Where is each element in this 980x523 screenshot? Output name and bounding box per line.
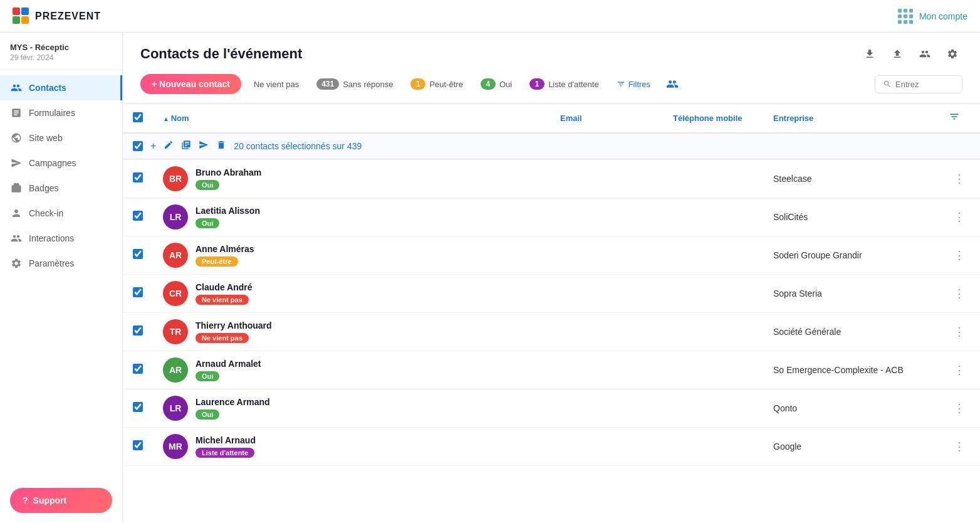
filter-sans-reponse[interactable]: 431 Sans réponse (311, 76, 398, 92)
th-nom[interactable]: Nom (153, 103, 550, 133)
row-checkbox[interactable] (133, 249, 143, 259)
download-button[interactable] (860, 44, 880, 64)
formulaires-icon (10, 107, 23, 119)
event-date: 29 févr. 2024 (10, 53, 112, 62)
contact-name[interactable]: Thierry Anthouard (195, 320, 272, 330)
prezevent-logo-icon (13, 8, 30, 25)
sidebar-item-label: Contacts (29, 83, 66, 93)
email-cell (550, 275, 663, 313)
row-menu-button[interactable]: ⋮ (949, 361, 970, 379)
row-menu-button[interactable]: ⋮ (949, 246, 970, 265)
row-menu-button[interactable]: ⋮ (949, 208, 970, 226)
content-title-row: Contacts de l'événement (140, 44, 962, 64)
row-menu-button[interactable]: ⋮ (949, 322, 970, 341)
header-actions (860, 44, 962, 64)
row-name-cell: CR Claude André Ne vient pas (153, 275, 550, 313)
row-checkbox[interactable] (133, 325, 143, 335)
email-cell (550, 428, 663, 466)
selection-bar-checkbox[interactable] (133, 141, 143, 151)
filter-liste-attente[interactable]: 1 Liste d'attente (524, 76, 604, 92)
contact-name[interactable]: Michel Arnaud (195, 435, 256, 445)
contact-name[interactable]: Laurence Armand (195, 397, 270, 407)
peut-etre-label: Peut-être (429, 80, 462, 89)
row-menu-button[interactable]: ⋮ (949, 437, 970, 456)
phone-cell (663, 428, 763, 466)
svg-rect-12 (909, 20, 913, 24)
filter-peut-etre[interactable]: 1 Peut-être (405, 76, 467, 92)
status-badge: Oui (195, 371, 219, 381)
contact-name[interactable]: Arnaud Armalet (195, 359, 261, 369)
th-entreprise[interactable]: Entreprise (763, 103, 939, 133)
svg-rect-7 (898, 14, 902, 18)
phone-cell (663, 160, 763, 198)
sidebar-event-info: MYS - Réceptic 29 févr. 2024 (0, 33, 122, 70)
new-contact-button[interactable]: + Nouveau contact (140, 74, 241, 94)
filter-ne-vient-pas[interactable]: Ne vient pas (249, 77, 304, 92)
row-checkbox[interactable] (133, 364, 143, 374)
company-cell: Sopra Steria (763, 275, 939, 313)
row-checkbox[interactable] (133, 287, 143, 297)
sidebar-item-interactions[interactable]: Interactions (0, 226, 122, 251)
delete-icon[interactable] (216, 140, 226, 152)
sidebar-item-parametres[interactable]: Paramètres (0, 251, 122, 276)
svg-rect-0 (13, 8, 20, 15)
th-telephone[interactable]: Téléphone mobile (663, 103, 763, 133)
filter-oui[interactable]: 4 Oui (476, 76, 517, 92)
sidebar-item-site-web[interactable]: Site web (0, 125, 122, 151)
row-menu-button[interactable]: ⋮ (949, 284, 970, 303)
row-menu-cell: ⋮ (939, 160, 980, 198)
contact-name[interactable]: Claude André (195, 282, 253, 292)
group-contacts-button[interactable] (663, 75, 682, 93)
select-all-checkbox[interactable] (133, 112, 143, 122)
contact-info: Arnaud Armalet Oui (195, 359, 261, 381)
sidebar-item-label: Campagnes (29, 158, 76, 168)
company-cell: SoliCités (763, 198, 939, 236)
row-menu-button[interactable]: ⋮ (949, 169, 970, 188)
sidebar-item-campagnes[interactable]: Campagnes (0, 151, 122, 176)
users-button[interactable] (915, 44, 935, 64)
row-checkbox-cell (123, 275, 153, 313)
filter-bar: + Nouveau contact Ne vient pas 431 Sans … (140, 74, 962, 103)
edit-icon[interactable] (164, 140, 174, 152)
add-contact-icon[interactable]: + (150, 140, 156, 152)
account-button[interactable]: Mon compte (897, 8, 967, 25)
site-web-icon (10, 132, 23, 144)
row-menu-cell: ⋮ (939, 198, 980, 236)
upload-button[interactable] (887, 44, 907, 64)
row-checkbox[interactable] (133, 440, 143, 450)
send-icon[interactable] (199, 140, 209, 152)
sidebar-item-check-in[interactable]: Check-in (0, 201, 122, 226)
search-box[interactable] (875, 75, 962, 93)
row-menu-button[interactable]: ⋮ (949, 399, 970, 418)
account-grid-icon (897, 8, 914, 25)
column-toggle-button[interactable] (949, 111, 960, 125)
email-cell (550, 389, 663, 428)
sidebar-item-contacts[interactable]: Contacts (0, 75, 122, 100)
row-checkbox[interactable] (133, 172, 143, 182)
row-name-cell: AR Anne Alméras Peut-être (153, 236, 550, 275)
row-checkbox[interactable] (133, 402, 143, 412)
sidebar-item-badges[interactable]: Badges (0, 176, 122, 201)
contact-name[interactable]: Anne Alméras (195, 244, 254, 254)
filter-icon (617, 80, 625, 88)
company-cell: So Emergence-Complexite - ACB (763, 351, 939, 389)
contact-name[interactable]: Bruno Abraham (195, 167, 261, 177)
table-icon[interactable] (181, 140, 191, 152)
ne-vient-pas-label: Ne vient pas (254, 80, 299, 89)
selection-count: 20 contacts sélectionnés sur 439 (234, 141, 362, 151)
row-checkbox[interactable] (133, 211, 143, 221)
contact-name[interactable]: Laetitia Alisson (195, 206, 260, 216)
oui-label: Oui (499, 80, 512, 89)
avatar: CR (163, 281, 188, 306)
sidebar-item-formulaires[interactable]: Formulaires (0, 100, 122, 125)
settings-button[interactable] (942, 44, 962, 64)
support-button[interactable]: ? Support (10, 488, 112, 513)
contact-info: Laetitia Alisson Oui (195, 206, 260, 228)
filtres-button[interactable]: Filtres (612, 77, 655, 92)
badges-icon (10, 182, 23, 194)
group-icon (666, 78, 679, 90)
search-input[interactable] (895, 80, 946, 89)
row-checkbox-cell (123, 198, 153, 236)
th-email[interactable]: Email (550, 103, 663, 133)
sans-reponse-badge: 431 (316, 78, 339, 90)
